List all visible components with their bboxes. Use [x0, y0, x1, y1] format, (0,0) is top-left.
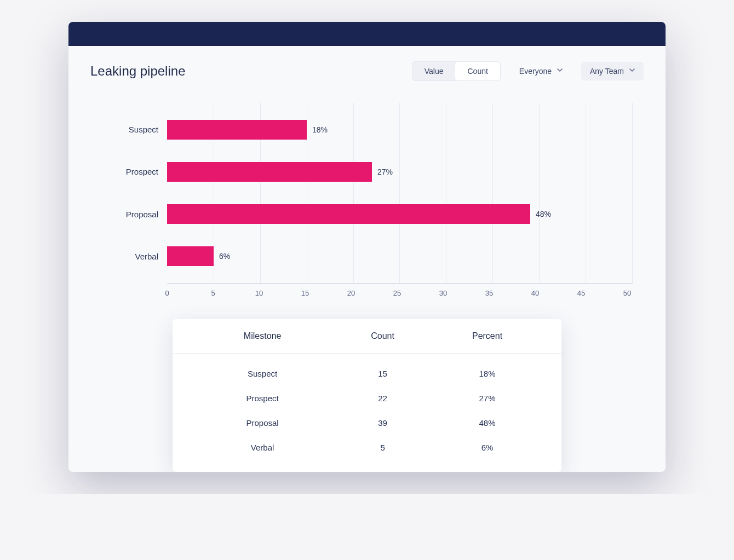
- team-filter-label: Any Team: [590, 67, 624, 76]
- chart-bar-value: 27%: [377, 168, 393, 176]
- x-axis-tick: 0: [162, 289, 173, 297]
- chart-area: Suspect18%Prospect27%Proposal48%Verbal6%…: [167, 103, 633, 297]
- table-header-percent: Percent: [435, 331, 540, 341]
- chevron-down-icon: [629, 68, 635, 74]
- table-cell-milestone: Proposal: [194, 418, 330, 428]
- x-axis-tick: 15: [300, 289, 311, 297]
- chart-bar-label: Verbal: [135, 252, 158, 261]
- table-cell-percent: 48%: [435, 418, 540, 428]
- metric-toggle: Value Count: [412, 61, 501, 81]
- chart-plot: Suspect18%Prospect27%Proposal48%Verbal6%: [167, 103, 633, 284]
- table-row: Suspect1518%: [173, 361, 561, 386]
- table-row: Prospect2227%: [173, 386, 561, 411]
- table-cell-milestone: Suspect: [194, 369, 330, 378]
- table-row: Verbal56%: [173, 435, 561, 460]
- table-cell-milestone: Prospect: [194, 394, 330, 403]
- chart-bars: Suspect18%Prospect27%Proposal48%Verbal6%: [167, 103, 633, 283]
- chart-bar-value: 6%: [219, 252, 230, 261]
- table-cell-percent: 6%: [435, 443, 540, 452]
- chevron-down-icon: [557, 68, 563, 74]
- chart-bar: [167, 120, 307, 140]
- chart-bar: [167, 246, 214, 266]
- data-table: Milestone Count Percent Suspect1518%Pros…: [173, 319, 561, 472]
- controls: Value Count Everyone Any Team: [412, 61, 644, 81]
- x-axis-tick: 25: [392, 289, 403, 297]
- chart-x-axis: 05101520253035404550: [167, 289, 633, 297]
- content-area: Leaking pipeline Value Count Everyone An…: [68, 46, 666, 472]
- team-filter-dropdown[interactable]: Any Team: [581, 62, 644, 80]
- chart-bar-row: Verbal6%: [167, 246, 633, 266]
- chart-bar-row: Suspect18%: [167, 120, 633, 140]
- table-cell-count: 39: [330, 418, 435, 428]
- x-axis-tick: 10: [254, 289, 265, 297]
- chart-bar-label: Proposal: [126, 210, 158, 219]
- chart-bar-label: Suspect: [129, 125, 158, 134]
- person-filter-dropdown[interactable]: Everyone: [511, 62, 571, 80]
- table-cell-count: 15: [330, 369, 435, 378]
- dashboard-card: Leaking pipeline Value Count Everyone An…: [68, 22, 666, 472]
- chart-bar-value: 18%: [312, 125, 328, 134]
- table-header-row: Milestone Count Percent: [173, 319, 561, 354]
- table-cell-percent: 18%: [435, 369, 540, 378]
- toggle-value[interactable]: Value: [412, 62, 456, 80]
- x-axis-tick: 20: [346, 289, 357, 297]
- person-filter-label: Everyone: [519, 67, 552, 76]
- chart-bar-label: Prospect: [126, 167, 158, 176]
- table-body: Suspect1518%Prospect2227%Proposal3948%Ve…: [173, 354, 561, 472]
- x-axis-tick: 35: [484, 289, 495, 297]
- header-row: Leaking pipeline Value Count Everyone An…: [90, 61, 644, 81]
- x-axis-tick: 5: [208, 289, 219, 297]
- chart-bar: [167, 204, 530, 224]
- table-cell-percent: 27%: [435, 394, 540, 403]
- table-header-count: Count: [330, 331, 435, 341]
- table-cell-count: 5: [330, 443, 435, 452]
- x-axis-tick: 30: [438, 289, 449, 297]
- chart-bar-value: 48%: [536, 210, 551, 218]
- chart-bar-row: Prospect27%: [167, 162, 633, 182]
- table-row: Proposal3948%: [173, 411, 561, 435]
- chart-bar-row: Proposal48%: [167, 204, 633, 224]
- table-cell-milestone: Verbal: [194, 443, 330, 452]
- toggle-count[interactable]: Count: [455, 62, 500, 80]
- x-axis-tick: 45: [576, 289, 587, 297]
- table-cell-count: 22: [330, 394, 435, 403]
- x-axis-tick: 50: [622, 289, 633, 297]
- x-axis-tick: 40: [530, 289, 541, 297]
- window-titlebar: [68, 22, 666, 46]
- chart-bar: [167, 162, 372, 182]
- page-title: Leaking pipeline: [90, 63, 185, 79]
- table-header-milestone: Milestone: [194, 331, 330, 341]
